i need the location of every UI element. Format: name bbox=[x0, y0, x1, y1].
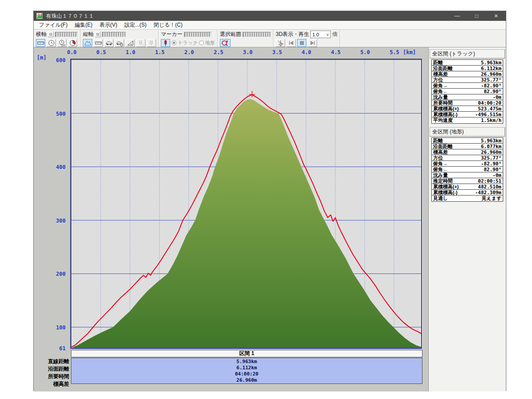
rewind-icon bbox=[288, 39, 295, 47]
haxis-option-button[interactable] bbox=[48, 31, 54, 37]
stat-value: -0m bbox=[493, 94, 501, 100]
x-unit-label: [km] bbox=[403, 49, 416, 55]
maximize-button[interactable]: □ bbox=[467, 11, 486, 21]
stat-value: 5.963km bbox=[481, 60, 501, 66]
haxis-distance-button[interactable] bbox=[36, 39, 45, 47]
stat-value: -0m bbox=[493, 172, 501, 178]
vaxis-slope-button[interactable] bbox=[125, 39, 135, 47]
playback-speed-select[interactable]: 1.0 ∨ bbox=[310, 31, 331, 38]
svg-text:..: .. bbox=[153, 43, 154, 46]
3d-view-button[interactable] bbox=[276, 39, 285, 47]
menu-bar: ファイル(F)編集(E)表示(V)設定...(S)閉じる！(C) bbox=[34, 21, 506, 30]
marker-radio-track[interactable]: トラック bbox=[172, 39, 198, 46]
stop-button[interactable] bbox=[297, 39, 306, 47]
stat-value: 6.112km bbox=[481, 66, 501, 71]
vaxis-power1-button[interactable]: 1 bbox=[136, 39, 145, 47]
stat-value: 523.475m bbox=[478, 106, 501, 112]
plug-n-icon: .. bbox=[148, 39, 155, 47]
stat-value: -496.515m bbox=[475, 112, 501, 117]
y-tick-label: 600 bbox=[56, 57, 66, 63]
stat-value: 5.963km bbox=[481, 138, 501, 144]
svg-text:123: 123 bbox=[61, 44, 65, 47]
stats-section-title-0: 全区間 (トラック) bbox=[430, 49, 505, 59]
vaxis-elevation-button[interactable] bbox=[83, 39, 92, 47]
plot-area[interactable] bbox=[70, 59, 422, 349]
stats-panel: 全区間 (トラック)距離5.963km沿面距離6.112km標高差26.960m… bbox=[429, 47, 506, 391]
plug-1-icon: 1 bbox=[137, 39, 145, 47]
stat-label: 平均速度 bbox=[433, 117, 453, 124]
selection-loop-pen-icon bbox=[221, 39, 229, 47]
stat-value: 02:00:51 bbox=[478, 178, 501, 184]
section-value: 26.960m bbox=[71, 377, 422, 383]
play-button[interactable] bbox=[308, 39, 317, 47]
vaxis-option-button[interactable] bbox=[95, 31, 101, 37]
x-tick-label: 1.0 bbox=[125, 49, 135, 55]
ruler-icon bbox=[37, 39, 44, 47]
rewind-button[interactable] bbox=[286, 39, 296, 47]
y-tick-label: 300 bbox=[56, 218, 66, 224]
playback-speed-value: 1.0 bbox=[312, 32, 319, 37]
car-clock-icon bbox=[116, 39, 123, 47]
chart-panel: [m] [km] 0.00.51.01.52.02.53.03.54.04.55… bbox=[34, 47, 429, 391]
pie-clock-icon bbox=[69, 39, 76, 47]
selection-range-button[interactable] bbox=[220, 39, 231, 47]
haxis-time-number-button[interactable]: 123 bbox=[57, 39, 66, 47]
stat-value: -482.309m bbox=[475, 190, 501, 196]
x-tick-label: 0.0 bbox=[67, 49, 77, 55]
selection-gauge[interactable] bbox=[243, 32, 271, 37]
marker-radio-terrain[interactable]: 地形 bbox=[199, 39, 215, 46]
stat-value: -82.90° bbox=[481, 83, 501, 89]
stat-value: 26.960m bbox=[481, 71, 501, 77]
stat-value: 6.077km bbox=[481, 144, 501, 149]
stats-row: 平均速度1.5km/h bbox=[432, 117, 503, 123]
menu-item-0[interactable]: ファイル(F) bbox=[35, 21, 71, 29]
toolbar-group-marker: マーカー トラック 地形 bbox=[159, 30, 218, 47]
toolbar-group-vaxis: 縦軸 1 bbox=[81, 30, 159, 47]
marker-pen-button[interactable] bbox=[161, 39, 170, 47]
plot-bevel bbox=[70, 59, 422, 349]
stop-icon bbox=[298, 39, 305, 47]
marker-gauge[interactable] bbox=[184, 32, 211, 37]
menu-item-3[interactable]: 設定...(S) bbox=[121, 21, 150, 29]
x-tick-label: 3.5 bbox=[272, 49, 282, 55]
stats-table-1: 距離5.963km沿面距離6.077km標高差26.960m方位325.77°俯… bbox=[431, 137, 503, 202]
vaxis-power-all-button[interactable]: .. bbox=[147, 39, 156, 47]
radio-dot-icon bbox=[172, 40, 176, 45]
menu-item-1[interactable]: 編集(E) bbox=[71, 21, 96, 29]
stat-value: -82.90° bbox=[481, 161, 501, 167]
vaxis-speed-time-button[interactable] bbox=[115, 39, 124, 47]
stat-value: 82.90° bbox=[484, 89, 501, 94]
section-header[interactable]: 区間 1 bbox=[71, 350, 422, 357]
clock-123-icon: 123 bbox=[59, 39, 66, 47]
vaxis-speed-button[interactable] bbox=[104, 39, 113, 47]
app-icon bbox=[36, 12, 43, 20]
vaxis-gauge[interactable] bbox=[102, 32, 126, 37]
section-value: 5.963km bbox=[71, 358, 422, 364]
toolbar-group-haxis: 横軸 123 bbox=[34, 30, 81, 47]
x-tick-label: 2.5 bbox=[214, 49, 223, 55]
toolbar-group-selection: 選択範囲 bbox=[218, 30, 274, 47]
x-tick-label: 4.0 bbox=[301, 49, 311, 55]
minimize-button[interactable]: — bbox=[447, 11, 467, 21]
y-tick-label: 400 bbox=[56, 164, 66, 170]
haxis-label: 横軸 bbox=[36, 31, 47, 38]
haxis-gauge[interactable] bbox=[55, 32, 78, 37]
y-tick-label: 500 bbox=[56, 111, 66, 117]
stat-value: 04:00:20 bbox=[478, 100, 501, 106]
section-header-label: 区間 1 bbox=[239, 350, 254, 357]
ruler-icon bbox=[95, 39, 102, 47]
section-row-labels: 直線距離沿面距離所要時間標高差 bbox=[34, 358, 69, 384]
stats-table-0: 距離5.963km沿面距離6.112km標高差26.960m方位325.77°俯… bbox=[431, 59, 503, 124]
y-tick-label: 61 bbox=[59, 345, 66, 352]
playback-label: 3D表示・再生 bbox=[276, 31, 309, 38]
svg-text:1: 1 bbox=[142, 43, 144, 46]
menu-item-2[interactable]: 表示(V) bbox=[96, 21, 121, 29]
title-bar[interactable]: 有珠山１７０７１１ — □ ✕ bbox=[34, 11, 506, 21]
x-tick-label: 4.5 bbox=[331, 49, 341, 55]
close-button[interactable]: ✕ bbox=[486, 11, 506, 21]
x-tick-label: 5.5 bbox=[390, 49, 399, 55]
haxis-time-button[interactable] bbox=[47, 39, 56, 47]
menu-item-4[interactable]: 閉じる！(C) bbox=[150, 21, 186, 29]
vaxis-distance-button[interactable] bbox=[94, 39, 103, 47]
haxis-pie-time-button[interactable] bbox=[68, 39, 77, 47]
